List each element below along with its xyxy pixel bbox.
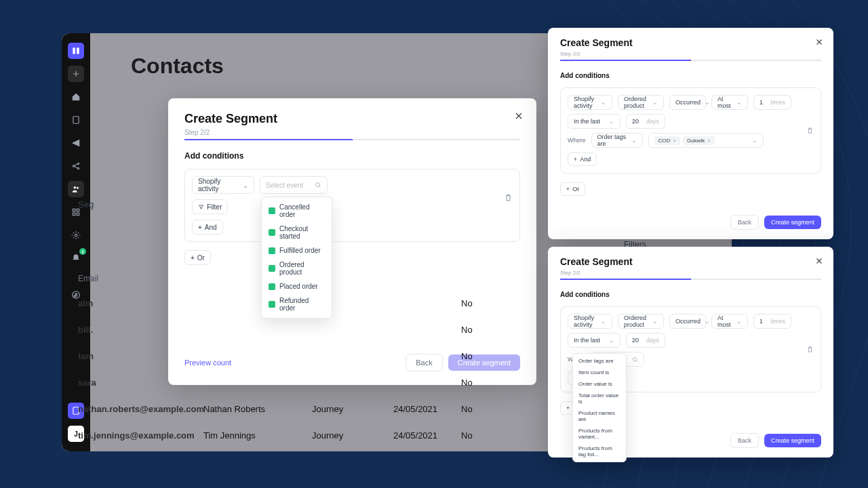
add-icon[interactable]	[68, 66, 84, 82]
svg-rect-8	[73, 209, 75, 211]
sidebar: 4 J	[62, 33, 90, 451]
inlast-select[interactable]: In the last⌄	[568, 114, 620, 129]
svg-point-7	[77, 187, 79, 189]
step-indicator: Step 2/2	[560, 51, 821, 57]
table-row[interactable]: nathan.roberts@example.comNathan Roberts…	[78, 404, 593, 414]
svg-point-6	[74, 186, 77, 189]
event-select[interactable]: Ordered product⌄	[618, 314, 664, 329]
close-icon[interactable]	[513, 110, 524, 124]
home-icon[interactable]	[68, 89, 84, 105]
create-segment-submit[interactable]: Create segment	[764, 216, 821, 229]
contacts-icon[interactable]	[68, 181, 84, 197]
svg-point-16	[633, 357, 636, 361]
times-input[interactable]: 1times	[753, 314, 791, 329]
svg-rect-1	[77, 47, 79, 54]
table-row[interactable]: tamNo	[78, 351, 593, 361]
occurred-select[interactable]: Occurred⌄	[669, 95, 706, 110]
or-button[interactable]: +Or	[184, 250, 211, 265]
trash-icon[interactable]	[806, 125, 814, 137]
days-input[interactable]: 20days	[626, 333, 665, 348]
svg-rect-2	[73, 117, 79, 124]
table-row[interactable]: almNo	[78, 298, 593, 308]
where-option[interactable]: Products from variant...	[573, 425, 626, 443]
remove-tag-icon[interactable]: ×	[707, 138, 711, 144]
and-button[interactable]: +And	[568, 152, 597, 166]
where-option[interactable]: Products from tag list...	[573, 443, 626, 460]
where-dropdown: Order tags areItem count isOrder value i…	[572, 353, 627, 462]
share-icon[interactable]	[68, 158, 84, 174]
where-option[interactable]: Total order value is	[573, 390, 626, 407]
event-option[interactable]: Cancelled order	[262, 200, 332, 222]
event-option[interactable]: Placed order	[262, 279, 332, 293]
days-input[interactable]: 20days	[626, 114, 665, 129]
atmost-select[interactable]: At most⌄	[711, 95, 748, 110]
logo-icon[interactable]	[68, 43, 84, 59]
create-segment-modal: Create Segment Step 2/2 Add conditions S…	[168, 98, 536, 385]
progress-bar	[560, 60, 821, 61]
remove-tag-icon[interactable]: ×	[673, 138, 676, 144]
event-option[interactable]: Checkout started	[262, 222, 332, 243]
add-conditions-label: Add conditions	[560, 291, 821, 298]
campaign-icon[interactable]	[68, 135, 84, 151]
event-option[interactable]: Refunded order	[262, 293, 332, 315]
svg-point-15	[316, 183, 320, 187]
trash-icon[interactable]	[806, 344, 814, 356]
where-select[interactable]: Order tags are⌄	[591, 133, 643, 148]
add-conditions-label: Add conditions	[560, 72, 821, 79]
gear-icon[interactable]	[68, 227, 84, 243]
step-indicator: Step 2/2	[560, 270, 821, 276]
table-row[interactable]: tim.jennings@example.comTim JenningsJour…	[78, 430, 593, 441]
svg-point-12	[75, 234, 77, 237]
tag-cod: COD×	[654, 136, 680, 145]
occurred-select[interactable]: Occurred⌄	[669, 314, 706, 329]
segment-panel-tags: Create Segment Step 2/2 Add conditions S…	[548, 28, 833, 239]
event-select[interactable]: Ordered product⌄	[618, 95, 664, 110]
tag-gokwik: Gokwik×	[683, 136, 715, 145]
event-select[interactable]: Select event	[260, 176, 328, 194]
where-option[interactable]: Order tags are	[573, 355, 626, 367]
source-select[interactable]: Shopify activity⌄	[192, 176, 254, 194]
where-label: Where	[568, 137, 586, 144]
event-option[interactable]: Ordered product	[262, 258, 332, 279]
times-input[interactable]: 1times	[753, 95, 791, 110]
filter-button[interactable]: Filter	[192, 199, 228, 214]
bell-icon[interactable]: 4	[68, 250, 84, 266]
tags-input[interactable]: COD× Gokwik× ⌄	[648, 133, 764, 148]
where-option[interactable]: Order value is	[573, 378, 626, 390]
condition-block: Shopify activity⌄ Select event Filter +A…	[184, 169, 520, 242]
event-dropdown: Cancelled orderCheckout startedFulfilled…	[261, 197, 332, 319]
document-icon[interactable]	[68, 112, 84, 128]
progress-bar	[560, 279, 821, 280]
svg-point-4	[77, 163, 79, 164]
step-indicator: Step 2/2	[184, 129, 520, 136]
svg-rect-10	[73, 213, 75, 216]
svg-rect-11	[77, 213, 79, 216]
back-button[interactable]: Back	[730, 433, 759, 448]
close-icon[interactable]	[814, 37, 824, 49]
where-option[interactable]: Item count is	[573, 367, 626, 378]
table-row[interactable]: saraNo	[78, 378, 593, 388]
add-conditions-label: Add conditions	[184, 151, 520, 161]
svg-rect-0	[73, 47, 75, 54]
svg-point-3	[73, 165, 74, 167]
and-button[interactable]: +And	[192, 220, 223, 235]
source-select[interactable]: Shopify activity⌄	[568, 95, 612, 110]
atmost-select[interactable]: At most⌄	[711, 314, 748, 329]
event-option[interactable]: Fulfilled order	[262, 243, 332, 258]
panel-b-title: Create Segment	[560, 256, 821, 267]
inlast-select[interactable]: In the last⌄	[568, 333, 620, 348]
close-icon[interactable]	[814, 256, 824, 268]
modal-title: Create Segment	[184, 112, 520, 126]
trash-icon[interactable]	[504, 192, 513, 205]
panel-a-title: Create Segment	[560, 37, 821, 48]
svg-point-5	[77, 167, 79, 169]
create-segment-submit[interactable]: Create segment	[764, 434, 821, 447]
progress-bar	[184, 139, 520, 140]
or-button[interactable]: +Or	[560, 182, 585, 196]
where-option[interactable]: Product names are	[573, 407, 626, 425]
condition-block: Shopify activity⌄ Ordered product⌄ Occur…	[560, 87, 821, 174]
back-button[interactable]: Back	[730, 215, 759, 230]
table-row[interactable]: bill.No	[78, 325, 593, 335]
